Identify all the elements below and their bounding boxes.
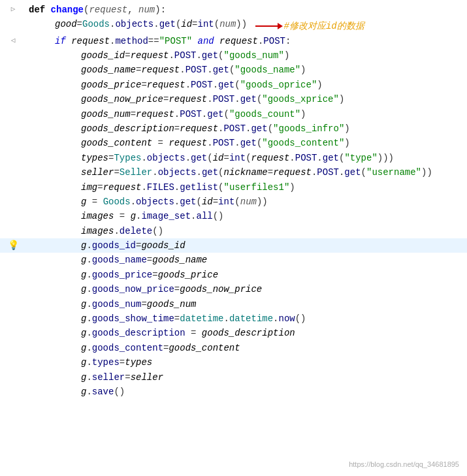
line-25: g.types=types <box>0 355 467 370</box>
line-15: images = g.image_set.all() <box>0 209 467 223</box>
code-content-4: goods_id=request.POST.get("goods_num") <box>26 48 467 63</box>
line-17: 💡 g.goods_id=goods_id <box>0 238 467 253</box>
code-content-25: g.types=types <box>26 355 467 370</box>
fold-arrow-3: ◁ <box>11 35 16 47</box>
line-2: good=Goods.objects.get(id=int(num)) #修改对… <box>0 17 467 33</box>
gutter-1: ▷ <box>0 4 26 16</box>
code-content-27: g.save() <box>26 385 467 399</box>
line-22: g.goods_show_time=datetime.datetime.now(… <box>0 311 467 326</box>
line-23: g.goods_description = goods_description <box>0 326 467 340</box>
keyword-def: def <box>29 5 51 15</box>
line-14: g = Goods.objects.get(id=int(num)) <box>0 195 467 209</box>
var-request2: request <box>219 36 258 46</box>
eq: = <box>77 19 82 29</box>
line-10: goods_content = request.POST.get("goods_… <box>0 136 467 150</box>
paren3: )) <box>236 19 247 29</box>
line-20: g.goods_now_price=goods_now_price <box>0 282 467 296</box>
code-container: ▷ def change(request, num): good=Goods.o… <box>0 0 467 476</box>
code-content-11: types=Types.objects.get(id=int(request.P… <box>26 151 467 165</box>
code-content-8: goods_num=request.POST.get("goods_count"… <box>26 107 467 121</box>
code-content-23: g.goods_description = goods_description <box>26 326 467 340</box>
line-8: goods_num=request.POST.get("goods_count"… <box>0 107 467 121</box>
code-content-16: images.delete() <box>26 224 467 238</box>
eq-eq: == <box>148 36 159 46</box>
code-content-7: goods_now_price=request.POST.get("goods_… <box>26 92 467 106</box>
watermark: https://blog.csdn.net/qq_34681895 <box>349 459 459 471</box>
code-content-20: g.goods_now_price=goods_now_price <box>26 282 467 296</box>
class-goods: Goods <box>82 19 110 29</box>
dot2: . <box>153 19 159 29</box>
code-content-18: g.goods_name=goods_name <box>26 253 467 267</box>
code-content-2: good=Goods.objects.get(id=int(num)) #修改对… <box>26 17 467 33</box>
attr-post: POST <box>263 36 285 46</box>
line-16: images.delete() <box>0 224 467 238</box>
code-content-22: g.goods_show_time=datetime.datetime.now(… <box>26 311 467 326</box>
code-content-15: images = g.image_set.all() <box>26 209 467 223</box>
bulb-icon: 💡 <box>8 238 19 253</box>
annotation-text: #修改对应id的数据 <box>284 19 364 33</box>
line-11: types=Types.objects.get(id=int(request.P… <box>0 151 467 165</box>
kw-and: and <box>198 36 220 46</box>
line-3: ◁ if request.method=="POST" and request.… <box>0 34 467 48</box>
func-name: change <box>51 5 84 15</box>
param-id: id <box>181 19 192 29</box>
method-objects: objects <box>115 19 153 29</box>
line-18: g.goods_name=goods_name <box>0 253 467 267</box>
kw-if: if <box>55 36 71 46</box>
code-content-24: g.goods_content=goods_content <box>26 341 467 355</box>
code-content-19: g.goods_price=goods_price <box>26 268 467 282</box>
line-5: goods_name=request.POST.get("goods_name"… <box>0 63 467 77</box>
code-content-12: seller=Seller.objects.get(nickname=reque… <box>26 165 467 180</box>
line-24: g.goods_content=goods_content <box>0 341 467 355</box>
param-num: num <box>138 5 155 15</box>
code-content-1: def change(request, num): <box>26 3 467 17</box>
line-19: g.goods_price=goods_price <box>0 268 467 282</box>
line-12: seller=Seller.objects.get(nickname=reque… <box>0 165 467 180</box>
line-7: goods_now_price=request.POST.get("goods_… <box>0 92 467 106</box>
space <box>192 36 197 46</box>
code-content-10: goods_content = request.POST.get("goods_… <box>26 136 467 150</box>
gutter-17: 💡 <box>0 238 26 253</box>
var-request: request <box>71 36 110 46</box>
code-content-5: goods_name=request.POST.get("goods_name"… <box>26 63 467 77</box>
code-content-3: if request.method=="POST" and request.PO… <box>26 34 467 48</box>
code-content-21: g.goods_num=goods_num <box>26 297 467 311</box>
paren2: ( <box>214 19 219 29</box>
code-content-26: g.seller=seller <box>26 370 467 385</box>
paren-close: ): <box>155 5 166 15</box>
func-int: int <box>198 19 214 29</box>
line-21: g.goods_num=goods_num <box>0 297 467 311</box>
line-26: g.seller=seller <box>0 370 467 385</box>
code-content-14: g = Goods.objects.get(id=int(num)) <box>26 195 467 209</box>
code-content-17: g.goods_id=goods_id <box>26 238 467 253</box>
var-good: good <box>55 19 77 29</box>
line-1: ▷ def change(request, num): <box>0 3 467 17</box>
arrow-annotation: #修改对应id的数据 <box>255 19 364 33</box>
line-27: g.save() <box>0 385 467 399</box>
code-area: ▷ def change(request, num): good=Goods.o… <box>0 0 467 402</box>
line-9: goods_description=request.POST.get("good… <box>0 121 467 136</box>
eq2: = <box>192 19 197 29</box>
fold-arrow-1: ▷ <box>11 4 16 16</box>
method-get: get <box>159 19 176 29</box>
code-content-9: goods_description=request.POST.get("good… <box>26 121 467 136</box>
param-request: request <box>89 5 127 15</box>
line-6: goods_price=request.POST.get("goods_opri… <box>0 78 467 92</box>
line-13: img=request.FILES.getlist("userfiles1") <box>0 180 467 195</box>
code-content-13: img=request.FILES.getlist("userfiles1") <box>26 180 467 195</box>
line-4: goods_id=request.POST.get("goods_num") <box>0 48 467 63</box>
gutter-3: ◁ <box>0 35 26 47</box>
code-content-6: goods_price=request.POST.get("goods_opri… <box>26 78 467 92</box>
str-post: "POST" <box>159 36 192 46</box>
comma: , <box>127 5 138 15</box>
attr-method: method <box>115 36 148 46</box>
param-num2: num <box>219 19 236 29</box>
